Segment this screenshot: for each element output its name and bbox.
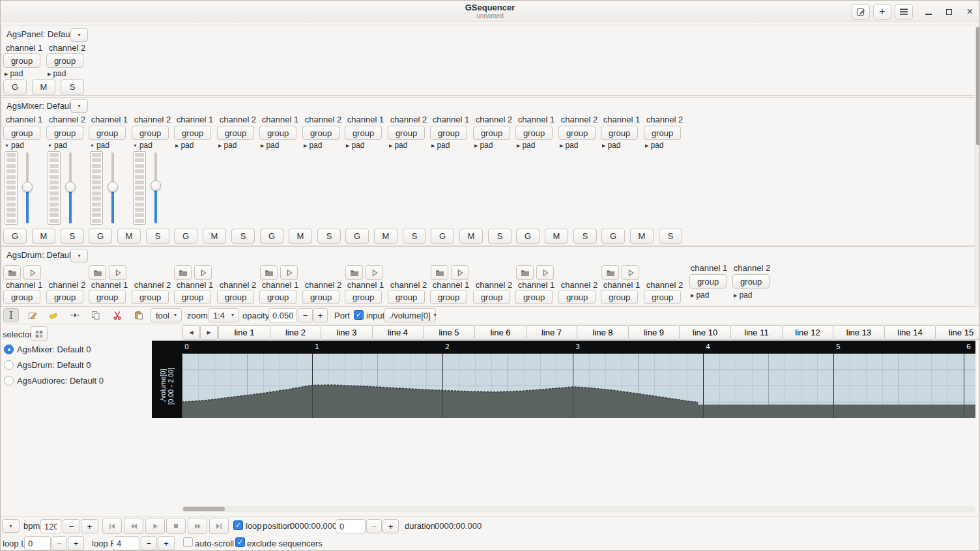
tool-menu-button[interactable]: tool▾	[151, 308, 182, 322]
channel-m-button[interactable]: M	[630, 229, 654, 244]
channel-s-button[interactable]: S	[488, 229, 512, 244]
group-button[interactable]: group	[601, 126, 638, 140]
play-sample-button[interactable]	[451, 265, 468, 280]
group-button[interactable]: group	[601, 290, 638, 304]
pad-expander[interactable]: ▼pad	[133, 141, 152, 150]
seek-backward-button[interactable]	[124, 518, 143, 534]
vertical-scrollbar[interactable]	[976, 25, 980, 307]
minimize-button[interactable]	[919, 4, 937, 20]
machine-menu-button[interactable]: ▾	[70, 28, 88, 42]
open-file-button[interactable]	[516, 265, 534, 280]
zoom-select[interactable]: 1:4▾	[208, 308, 239, 322]
selector-item[interactable]: AgsMixer: Default 0	[1, 343, 151, 356]
position-cursor-tool-button[interactable]	[3, 308, 19, 322]
add-machine-button[interactable]: +	[873, 4, 891, 20]
group-button[interactable]: group	[89, 290, 126, 304]
channel-m-button[interactable]: M	[545, 229, 568, 244]
opacity-decrement-button[interactable]: −	[298, 308, 313, 322]
pad-expander[interactable]: ▶pad	[218, 141, 237, 150]
pad-expander[interactable]: ▶pad	[560, 141, 578, 150]
machine-menu-button[interactable]: ▾	[70, 99, 88, 113]
channel-m-button[interactable]: M	[374, 229, 397, 244]
group-button[interactable]: group	[558, 290, 596, 304]
group-button[interactable]: group	[46, 290, 83, 304]
compose-button[interactable]	[852, 4, 870, 20]
pad-expander[interactable]: ▶pad	[431, 141, 450, 150]
group-button[interactable]: group	[132, 126, 169, 140]
channel-g-button[interactable]: G	[3, 229, 27, 244]
machine-menu-button[interactable]: ▾	[70, 249, 88, 262]
pad-expander[interactable]: ▼pad	[5, 141, 24, 150]
slider-handle[interactable]	[151, 180, 161, 191]
play-button[interactable]	[145, 518, 165, 534]
channel-s-button[interactable]: S	[317, 229, 341, 244]
open-file-button[interactable]	[174, 265, 192, 280]
auto-scroll-checkbox[interactable]: ✓	[183, 537, 193, 547]
group-button[interactable]: group	[3, 290, 40, 304]
open-file-button[interactable]	[3, 265, 21, 280]
exclude-sequencers-checkbox[interactable]: ✓	[235, 537, 245, 547]
channel-s-button[interactable]: S	[659, 229, 682, 244]
slider-handle[interactable]	[108, 182, 118, 192]
group-button[interactable]: group	[473, 290, 510, 304]
scrollbar-thumb[interactable]	[976, 27, 980, 145]
loop-right-decrement-button[interactable]: −	[141, 536, 157, 550]
loop-left-increment-button[interactable]: +	[68, 536, 84, 550]
pad-expander[interactable]: ▶pad	[474, 141, 493, 150]
loop-checkbox[interactable]: ✓	[233, 520, 243, 530]
line-tab[interactable]: line 11	[730, 325, 783, 340]
pad-expander[interactable]: ▶pad	[346, 141, 364, 150]
channel-g-button[interactable]: G	[516, 229, 540, 244]
play-sample-button[interactable]	[622, 265, 639, 280]
group-button[interactable]: group	[46, 53, 83, 68]
selector-item[interactable]: AgsAudiorec: Default 0	[1, 374, 151, 388]
radio-icon[interactable]	[4, 345, 14, 354]
group-button[interactable]: group	[732, 274, 770, 289]
channel-g-button[interactable]: G	[89, 229, 112, 244]
pad-expander[interactable]: ▶pad	[734, 290, 752, 300]
pad-expander[interactable]: ▶pad	[645, 141, 663, 150]
clear-tool-button[interactable]	[46, 308, 61, 322]
group-button[interactable]: group	[132, 290, 169, 304]
seek-forward-button[interactable]	[188, 518, 207, 534]
group-button[interactable]: group	[345, 290, 382, 304]
menu-button[interactable]	[895, 4, 913, 20]
group-button[interactable]: group	[217, 290, 254, 304]
bpm-decrement-button[interactable]: −	[63, 519, 80, 533]
skip-forward-button[interactable]	[209, 518, 229, 534]
stop-button[interactable]	[166, 518, 186, 534]
line-tab[interactable]: line 2	[270, 325, 321, 340]
scrollbar-thumb[interactable]	[183, 507, 225, 511]
group-button[interactable]: group	[515, 126, 553, 140]
open-file-button[interactable]	[345, 265, 363, 280]
play-sample-button[interactable]	[109, 265, 126, 280]
volume-slider[interactable]	[65, 151, 76, 225]
cut-tool-button[interactable]	[109, 308, 125, 322]
open-file-button[interactable]	[260, 265, 278, 280]
channel-m-button[interactable]: M	[289, 229, 312, 244]
line-tab[interactable]: line 15	[935, 325, 980, 340]
pad-expander[interactable]: ▼pad	[90, 141, 109, 150]
channel-g-button[interactable]: G	[345, 229, 369, 244]
horizontal-scrollbar[interactable]	[182, 506, 975, 512]
group-button[interactable]: group	[259, 126, 296, 140]
play-sample-button[interactable]	[23, 265, 41, 280]
paste-tool-button[interactable]	[131, 308, 147, 322]
pad-expander[interactable]: ▶pad	[517, 141, 535, 150]
play-sample-button[interactable]	[366, 265, 383, 280]
group-button[interactable]: group	[259, 290, 296, 304]
line-tab[interactable]: line 10	[679, 325, 731, 340]
group-button[interactable]: group	[217, 126, 254, 140]
group-button[interactable]: group	[644, 290, 681, 304]
copy-tool-button[interactable]	[88, 308, 104, 322]
position-increment-button[interactable]: +	[382, 519, 399, 533]
line-tab[interactable]: line 3	[321, 325, 373, 340]
volume-slider[interactable]	[107, 151, 119, 225]
line-tab[interactable]: line 6	[474, 325, 526, 340]
selector-options-button[interactable]	[31, 326, 48, 341]
group-button[interactable]: group	[89, 126, 126, 140]
group-button[interactable]: group	[345, 126, 382, 140]
channel-g-button[interactable]: G	[431, 229, 454, 244]
play-sample-button[interactable]	[194, 265, 212, 280]
line-tab[interactable]: line 14	[884, 325, 936, 340]
